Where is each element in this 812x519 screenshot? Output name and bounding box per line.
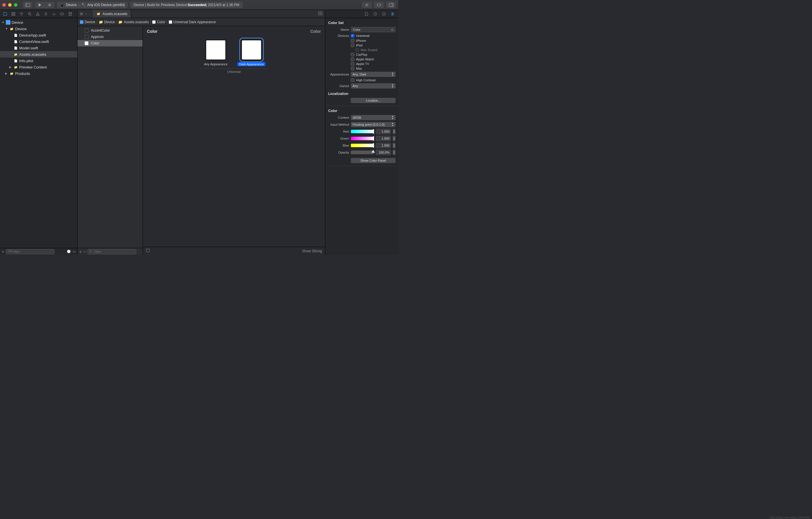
red-value-field[interactable] [376,129,391,134]
tv-checkbox[interactable] [351,62,354,66]
appearances-select[interactable]: Any, Dark▲▼ [351,72,396,77]
show-color-panel-button[interactable]: Show Color Panel [351,158,396,163]
file-inspector-tab[interactable] [364,11,369,16]
content-select[interactable]: sRGB▲▼ [351,115,396,120]
iphone-checkbox[interactable] [351,39,354,42]
editor-area: ⊞ ‹ › 📁 Assets.xcassets Device › 📁Device… [78,10,325,255]
toggle-navigator-button[interactable] [23,2,32,8]
forward-button[interactable]: › [88,11,91,16]
disclosure-triangle[interactable]: ▶ [5,72,8,75]
gamut-select[interactable]: Any▲▼ [351,83,396,89]
opacity-slider[interactable] [351,151,374,154]
slicing-view-button[interactable] [146,248,150,253]
activity-status[interactable]: Device | Build for Previews Device: Succ… [130,2,243,8]
highcontrast-checkbox[interactable] [351,79,354,82]
history-inspector-tab[interactable] [373,11,378,16]
asset-row-accentcolor[interactable]: AccentColor [78,27,143,34]
file-row-assets[interactable]: 📁 Assets.xcassets [0,51,77,58]
find-navigator-tab[interactable] [27,11,32,16]
blue-slider[interactable] [351,144,374,147]
project-navigator-tab[interactable] [3,11,7,16]
disclosure-triangle[interactable]: ▼ [5,27,8,30]
report-navigator-tab[interactable] [68,11,72,16]
color-well-dark[interactable] [241,39,262,60]
asset-filter-input[interactable] [87,249,136,254]
run-button[interactable] [35,2,45,8]
file-row-deviceapp[interactable]: 📄 DeviceApp.swift [0,32,77,38]
debug-navigator-tab[interactable] [52,11,56,16]
related-items-button[interactable]: ⊞ [79,11,84,16]
well-label-dark: Dark Appearance [237,62,265,66]
status-prefix: Device | Build for Previews Device: [134,3,187,7]
library-button[interactable] [362,2,372,8]
red-stepper[interactable]: ▲▼ [393,129,396,134]
asset-row-appicon[interactable]: AppIcon [78,34,143,40]
help-inspector-tab[interactable]: ? [382,11,386,16]
show-slicing-button[interactable]: Show Slicing [302,249,322,253]
jump-seg-color[interactable]: Color [152,20,165,24]
macscaled-checkbox[interactable] [355,48,359,52]
red-label: Red [328,130,349,133]
add-asset-button[interactable]: + [79,249,82,254]
group-row[interactable]: ▼ 📁 Device [0,26,77,32]
remove-asset-button[interactable]: − [83,249,86,254]
green-slider[interactable] [351,137,374,140]
blue-value-field[interactable] [376,143,391,148]
asset-row-color[interactable]: Color [78,40,143,47]
inputmethod-select[interactable]: Floating point (0.0-1.0)▲▼ [351,122,396,127]
recent-filter-button[interactable]: 🕓 [67,250,71,253]
universal-checkbox-label: Universal [356,34,369,37]
opacity-value-field[interactable] [376,150,391,155]
opacity-stepper[interactable]: ▲▼ [393,150,396,155]
symbol-navigator-tab[interactable] [19,11,24,16]
ipad-checkbox[interactable] [351,43,354,47]
attributes-inspector-tab[interactable] [390,11,395,16]
red-slider[interactable] [351,130,374,133]
zoom-window-button[interactable] [14,3,18,7]
jump-seg-project[interactable]: Device [80,20,95,24]
blue-stepper[interactable]: ▲▼ [393,143,396,148]
code-review-button[interactable] [374,2,384,8]
back-button[interactable]: ‹ [85,11,87,16]
disclosure-triangle[interactable]: ▶ [9,66,12,68]
editor-options-button[interactable] [318,11,323,17]
green-value-field[interactable] [376,136,391,141]
clear-icon[interactable]: ⊖ [391,28,394,32]
minimize-window-button[interactable] [8,3,11,7]
breakpoint-navigator-tab[interactable] [60,11,64,16]
issue-navigator-tab[interactable] [35,11,40,16]
jump-seg-group[interactable]: 📁Device [99,20,115,24]
source-control-navigator-tab[interactable] [11,11,16,16]
file-row-contentview[interactable]: 📄 ContentView.swift [0,38,77,45]
watch-checkbox[interactable] [351,58,354,61]
localize-button[interactable]: Localize... [351,98,396,103]
universal-label: Universal [143,70,325,73]
scm-filter-button[interactable]: ▭ [72,250,76,253]
file-row-model[interactable]: 📄 Model.swift [0,45,77,51]
close-window-button[interactable] [2,3,6,7]
toggle-inspector-button[interactable] [386,2,396,8]
green-label: Green [328,137,349,140]
green-stepper[interactable]: ▲▼ [393,136,396,141]
macscaled-label: Mac Scaled [361,48,377,52]
file-label: Assets.xcassets [19,52,46,57]
universal-checkbox[interactable]: ✓ [351,34,354,37]
color-well-any[interactable] [205,39,226,60]
add-file-button[interactable]: + [2,249,4,254]
carplay-checkbox[interactable] [351,53,354,56]
name-field[interactable]: Color⊖ [351,27,396,32]
mac-checkbox[interactable] [351,67,354,70]
test-navigator-tab[interactable] [44,11,48,16]
tab-assets[interactable]: 📁 Assets.xcassets [93,10,131,18]
scheme-selector[interactable]: 📱 Device › 🔨 Any iOS Device (arm64) [57,2,128,8]
asset-filter-bar: + − ⊙ [78,248,143,255]
stop-button[interactable] [45,2,55,8]
disclosure-triangle[interactable]: ▼ [2,21,5,24]
group-row-preview[interactable]: ▶ 📁 Preview Content [0,64,77,70]
file-row-plist[interactable]: 📄 Info.plist [0,58,77,64]
project-root-row[interactable]: ▼ Device [0,19,77,26]
navigator-filter-input[interactable] [6,249,55,254]
jump-seg-appearance[interactable]: Universal Dark Appearance [169,20,216,24]
group-row-products[interactable]: ▶ 📁 Products [0,70,77,77]
jump-seg-assets[interactable]: 📁Assets.xcassets [118,20,149,24]
